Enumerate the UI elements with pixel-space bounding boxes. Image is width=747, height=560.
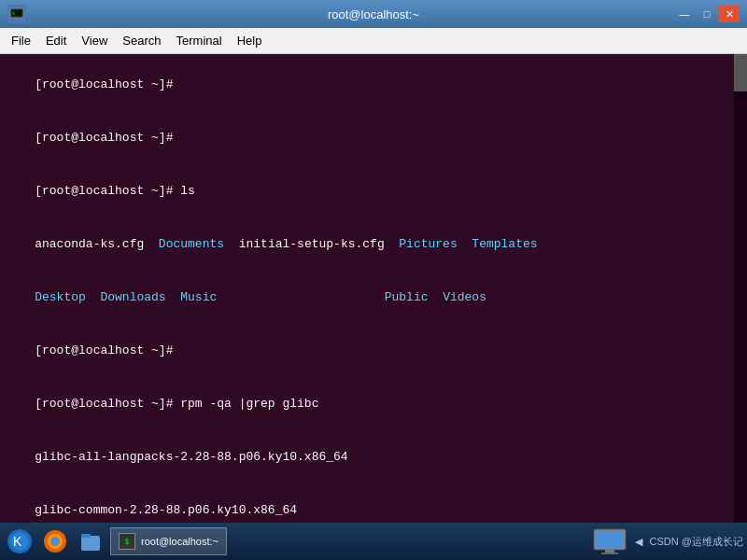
menu-terminal[interactable]: Terminal: [169, 31, 230, 50]
svg-rect-10: [81, 534, 91, 538]
svg-point-8: [50, 537, 60, 546]
close-button[interactable]: ✕: [719, 6, 740, 22]
monitor-icon: [592, 527, 627, 555]
terminal-line-1: [root@localhost ~]#: [6, 58, 741, 111]
title-bar: $_ root@localhost:~ — □ ✕: [0, 0, 747, 28]
window-title: root@localhost:~: [0, 7, 747, 21]
terminal-line-4: anaconda-ks.cfg Documents initial-setup-…: [6, 217, 741, 271]
taskbar: K $ root@localhost:~: [0, 523, 747, 560]
title-bar-left: $_: [7, 5, 26, 23]
maximize-button[interactable]: □: [697, 6, 717, 22]
terminal-line-9: glibc-common-2.28-88.p06.ky10.x86_64: [6, 483, 741, 523]
terminal-line-8: glibc-all-langpacks-2.28-88.p06.ky10.x86…: [6, 430, 741, 483]
window-controls: — □ ✕: [674, 6, 740, 22]
app-icon: $_: [7, 5, 26, 23]
terminal-line-5: Desktop Downloads Music Public Videos: [6, 271, 741, 324]
svg-rect-9: [81, 536, 100, 551]
menu-file[interactable]: File: [4, 31, 38, 50]
terminal-line-6: [root@localhost ~]#: [6, 324, 741, 377]
taskbar-icon-files[interactable]: [75, 525, 106, 557]
taskbar-csdn-label: CSDN @运维成长记: [650, 535, 743, 549]
svg-text:K: K: [13, 534, 22, 549]
menu-view[interactable]: View: [74, 31, 115, 50]
taskbar-terminal-window[interactable]: $ root@localhost:~: [110, 527, 227, 555]
menu-bar: File Edit View Search Terminal Help: [0, 28, 747, 54]
svg-rect-14: [601, 553, 618, 554]
minimize-button[interactable]: —: [674, 6, 695, 22]
menu-help[interactable]: Help: [230, 31, 270, 50]
terminal-line-3: [root@localhost ~]# ls: [6, 164, 741, 217]
taskbar-terminal-label: root@localhost:~: [141, 536, 218, 547]
taskbar-icon-kylin[interactable]: K: [4, 525, 35, 557]
scroll-thumb[interactable]: [734, 54, 747, 91]
svg-text:$_: $_: [12, 10, 19, 17]
taskbar-icon-firefox[interactable]: [39, 525, 71, 557]
taskbar-watermark: ◀: [635, 536, 642, 548]
scroll-bar[interactable]: [734, 54, 747, 523]
taskbar-terminal-icon: $: [119, 533, 135, 550]
terminal-line-7: [root@localhost ~]# rpm -qa |grep glibc: [6, 377, 741, 430]
svg-rect-12: [596, 531, 624, 548]
svg-rect-13: [605, 550, 614, 553]
terminal-line-2: [root@localhost ~]#: [6, 111, 741, 164]
menu-edit[interactable]: Edit: [38, 31, 74, 50]
monitor-area: [592, 527, 627, 555]
menu-search[interactable]: Search: [115, 31, 168, 50]
terminal-window[interactable]: [root@localhost ~]# [root@localhost ~]# …: [0, 54, 747, 523]
taskbar-right: ◀ CSDN @运维成长记: [592, 527, 743, 555]
